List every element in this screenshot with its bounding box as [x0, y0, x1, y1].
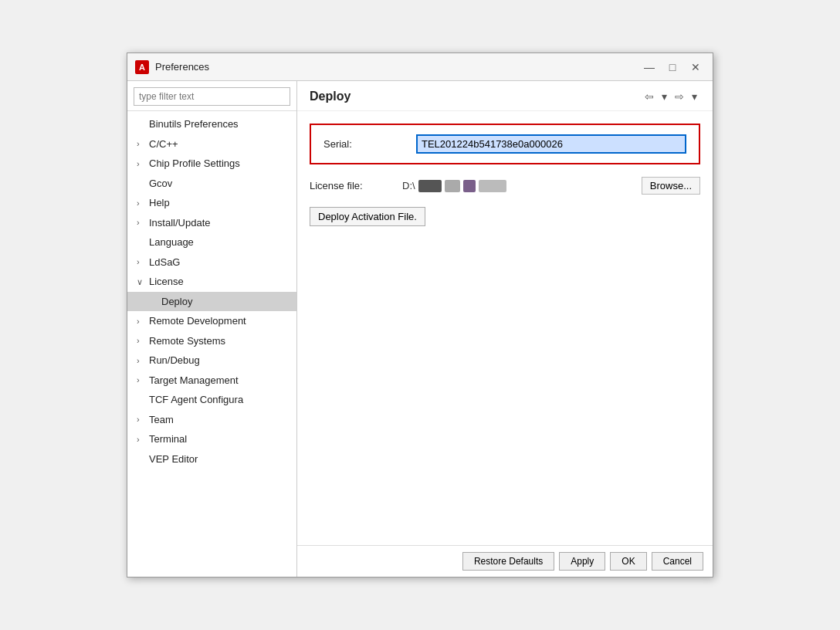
path-seg-2	[445, 180, 460, 192]
sidebar-item-license[interactable]: ∨License	[127, 272, 296, 292]
main-panel: Deploy ⇦ ▾ ⇨ ▾ Serial: L	[297, 81, 713, 577]
browse-button[interactable]: Browse...	[642, 177, 700, 195]
sidebar-item-binutils[interactable]: Binutils Preferences	[127, 114, 296, 134]
panel-header: Deploy ⇦ ▾ ⇨ ▾	[297, 81, 713, 111]
path-seg-4	[479, 180, 506, 192]
sidebar-item-label-terminal: Terminal	[149, 432, 187, 447]
nav-buttons: ⇦ ▾ ⇨ ▾	[642, 89, 700, 104]
sidebar-item-label-run-debug: Run/Debug	[149, 353, 200, 368]
preferences-window: A Preferences — □ ✕ Binutils Preferences…	[127, 52, 713, 578]
sidebar-item-terminal[interactable]: ›Terminal	[127, 429, 296, 449]
panel-content: Serial: License file: D:\ Browse...	[297, 111, 713, 545]
maximize-button[interactable]: □	[663, 59, 682, 75]
arrow-icon-license: ∨	[137, 276, 146, 289]
license-path: D:\	[402, 180, 634, 192]
arrow-icon-target-management: ›	[137, 374, 146, 387]
tree-list: Binutils Preferences›C/C++›Chip Profile …	[127, 111, 296, 577]
window-controls: — □ ✕	[640, 59, 705, 75]
sidebar: Binutils Preferences›C/C++›Chip Profile …	[127, 81, 297, 577]
sidebar-item-label-help: Help	[149, 195, 170, 211]
nav-forward-arrow[interactable]: ▾	[689, 89, 700, 104]
deploy-activation-button[interactable]: Deploy Activation File.	[310, 207, 425, 226]
sidebar-item-ldsag[interactable]: ›LdSaG	[127, 252, 296, 273]
arrow-icon-remote-development: ›	[137, 315, 146, 328]
sidebar-item-label-license: License	[149, 274, 184, 290]
sidebar-item-target-management[interactable]: ›Target Management	[127, 371, 296, 391]
serial-row: Serial:	[323, 134, 686, 154]
sidebar-item-tcf-agent[interactable]: TCF Agent Configura	[127, 390, 296, 410]
license-path-prefix: D:\	[402, 180, 415, 191]
path-seg-3	[463, 180, 476, 192]
arrow-icon-chip-profile: ›	[137, 158, 146, 171]
close-button[interactable]: ✕	[686, 59, 705, 75]
sidebar-item-label-remote-development: Remote Development	[149, 313, 246, 329]
serial-input[interactable]	[416, 134, 686, 154]
sidebar-item-run-debug[interactable]: ›Run/Debug	[127, 351, 296, 371]
sidebar-item-label-ldsag: LdSaG	[149, 255, 180, 270]
arrow-icon-team: ›	[137, 413, 146, 426]
sidebar-item-label-cpp: C/C++	[149, 137, 178, 152]
sidebar-item-label-vep-editor: VEP Editor	[149, 452, 198, 467]
sidebar-item-language[interactable]: Language	[127, 232, 296, 252]
sidebar-item-label-binutils: Binutils Preferences	[149, 117, 239, 132]
sidebar-item-cpp[interactable]: ›C/C++	[127, 134, 296, 154]
sidebar-item-chip-profile[interactable]: ›Chip Profile Settings	[127, 154, 296, 174]
sidebar-item-label-target-management: Target Management	[149, 373, 239, 388]
apply-button[interactable]: Apply	[559, 552, 605, 571]
serial-section: Serial:	[310, 124, 700, 164]
ok-button[interactable]: OK	[610, 552, 646, 571]
nav-forward-button[interactable]: ⇨	[672, 89, 687, 104]
nav-back-button[interactable]: ⇦	[642, 89, 657, 104]
sidebar-item-label-chip-profile: Chip Profile Settings	[149, 156, 240, 171]
sidebar-item-label-team: Team	[149, 412, 174, 428]
nav-back-arrow[interactable]: ▾	[659, 89, 670, 104]
sidebar-item-remote-development[interactable]: ›Remote Development	[127, 311, 296, 331]
sidebar-item-label-tcf-agent: TCF Agent Configura	[149, 392, 243, 408]
arrow-icon-cpp: ›	[137, 137, 146, 151]
window-title: Preferences	[155, 61, 209, 73]
sidebar-item-vep-editor[interactable]: VEP Editor	[127, 449, 296, 469]
arrow-icon-help: ›	[137, 197, 146, 210]
panel-title: Deploy	[310, 90, 351, 103]
sidebar-item-label-deploy: Deploy	[161, 294, 192, 310]
arrow-icon-run-debug: ›	[137, 354, 146, 368]
arrow-icon-terminal: ›	[137, 433, 146, 446]
content-area: Binutils Preferences›C/C++›Chip Profile …	[127, 81, 713, 577]
panel-bottom: Restore Defaults Apply OK Cancel	[297, 545, 713, 577]
minimize-button[interactable]: —	[640, 59, 659, 75]
sidebar-item-label-gcov: Gcov	[149, 176, 172, 191]
arrow-icon-install-update: ›	[137, 216, 146, 229]
sidebar-item-label-install-update: Install/Update	[149, 215, 211, 231]
sidebar-item-remote-systems[interactable]: ›Remote Systems	[127, 331, 296, 351]
serial-label: Serial:	[323, 138, 416, 150]
arrow-icon-ldsag: ›	[137, 256, 146, 269]
sidebar-item-deploy[interactable]: Deploy	[127, 292, 296, 312]
path-seg-1	[418, 180, 442, 192]
license-label: License file:	[310, 180, 402, 191]
sidebar-item-install-update[interactable]: ›Install/Update	[127, 213, 296, 233]
sidebar-item-gcov[interactable]: Gcov	[127, 174, 296, 194]
app-icon: A	[135, 60, 149, 74]
title-bar: A Preferences — □ ✕	[127, 53, 713, 81]
restore-defaults-button[interactable]: Restore Defaults	[462, 552, 554, 571]
filter-input[interactable]	[134, 87, 290, 106]
arrow-icon-remote-systems: ›	[137, 334, 146, 347]
license-row: License file: D:\ Browse...	[310, 177, 700, 195]
cancel-button[interactable]: Cancel	[652, 552, 703, 571]
sidebar-item-help[interactable]: ›Help	[127, 193, 296, 213]
filter-input-wrap	[127, 81, 296, 111]
title-bar-left: A Preferences	[135, 60, 209, 74]
sidebar-item-label-remote-systems: Remote Systems	[149, 334, 225, 349]
sidebar-item-label-language: Language	[149, 235, 194, 250]
sidebar-item-team[interactable]: ›Team	[127, 410, 296, 430]
